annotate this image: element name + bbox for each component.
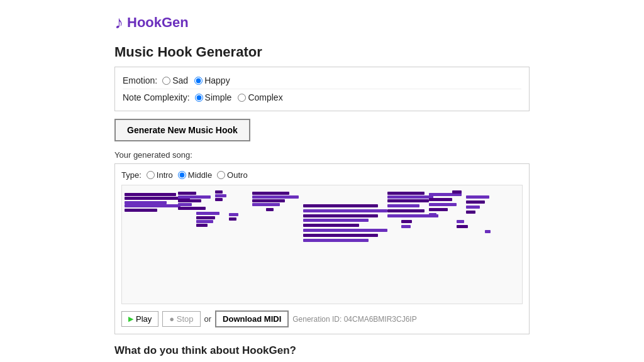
- note-bar: [429, 213, 436, 216]
- note-bar: [229, 213, 238, 216]
- emotion-sad-radio[interactable]: [162, 77, 170, 85]
- emotion-happy-radio[interactable]: [194, 77, 203, 85]
- or-text: or: [204, 314, 212, 324]
- type-row: Type: Intro Middle Outro: [121, 170, 523, 180]
- note-bar: [125, 201, 167, 204]
- type-middle-label: Middle: [188, 170, 212, 180]
- play-label: Play: [136, 314, 152, 324]
- note-bar: [466, 200, 485, 204]
- feedback-section: What do you think about HookGen? Your Na…: [114, 344, 530, 362]
- note-bar: [387, 209, 425, 212]
- note-bar: [196, 212, 219, 215]
- note-bar: [215, 198, 223, 201]
- note-bar: [125, 193, 175, 196]
- page-container: ♪ HookGen Music Hook Generator Emotion: …: [102, 0, 542, 362]
- note-bar: [303, 239, 369, 242]
- emotion-label: Emotion:: [123, 75, 157, 85]
- note-bar: [303, 214, 377, 217]
- emotion-row: Emotion: Sad Happy: [123, 72, 521, 89]
- complexity-simple-item[interactable]: Simple: [195, 92, 232, 102]
- type-intro-item[interactable]: Intro: [147, 170, 173, 180]
- play-button[interactable]: ▶ Play: [121, 311, 158, 327]
- song-box: Type: Intro Middle Outro ▶ Play: [114, 163, 530, 334]
- complexity-complex-label: Complex: [248, 92, 282, 102]
- note-bar: [466, 211, 475, 214]
- note-bar: [178, 195, 211, 199]
- note-bar: [429, 198, 452, 201]
- emotion-happy-item[interactable]: Happy: [194, 75, 230, 85]
- note-bar: [215, 194, 226, 197]
- music-note-icon: ♪: [114, 13, 123, 33]
- note-bar: [303, 219, 369, 222]
- emotion-happy-label: Happy: [204, 75, 230, 85]
- play-icon: ▶: [128, 315, 133, 323]
- generated-label: Your generated song:: [114, 150, 530, 160]
- note-bar: [178, 203, 192, 206]
- note-bar: [196, 224, 208, 227]
- note-bar: [387, 204, 420, 207]
- page-title: Music Hook Generator: [114, 44, 530, 60]
- logo-gen: Gen: [162, 14, 189, 30]
- logo-text: HookGen: [127, 14, 189, 31]
- type-outro-item[interactable]: Outro: [217, 170, 248, 180]
- note-bar: [466, 206, 480, 209]
- note-bar: [485, 230, 491, 233]
- note-bar: [252, 195, 299, 199]
- note-bar: [303, 234, 377, 237]
- note-bar: [429, 203, 457, 206]
- generation-id: Generation ID: 04CMA6BMIR3CJ6IP: [292, 315, 416, 324]
- type-intro-radio[interactable]: [147, 171, 155, 179]
- type-outro-radio[interactable]: [217, 171, 225, 179]
- complexity-simple-radio[interactable]: [195, 94, 203, 102]
- generation-id-label: Generation ID:: [292, 315, 341, 324]
- logo-area: ♪ HookGen: [114, 13, 530, 33]
- type-intro-label: Intro: [157, 170, 173, 180]
- note-bar: [303, 209, 387, 212]
- note-bar: [125, 209, 157, 212]
- generate-button[interactable]: Generate New Music Hook: [114, 119, 250, 141]
- note-bar: [457, 220, 464, 223]
- note-bar: [387, 192, 425, 195]
- piano-roll: [121, 185, 523, 304]
- stop-button[interactable]: ● Stop: [162, 311, 200, 327]
- note-bar: [452, 190, 462, 194]
- complexity-complex-radio[interactable]: [238, 94, 246, 102]
- note-bar: [215, 190, 223, 194]
- complexity-simple-label: Simple: [205, 92, 232, 102]
- emotion-sad-label: Sad: [172, 75, 188, 85]
- download-midi-button[interactable]: Download MIDI: [215, 310, 289, 327]
- note-bar: [196, 216, 215, 219]
- note-bar: [387, 199, 430, 202]
- note-bar: [303, 229, 387, 232]
- note-bar: [252, 199, 285, 202]
- note-bar: [229, 217, 236, 221]
- stop-label: Stop: [177, 314, 194, 324]
- note-bar: [252, 203, 280, 206]
- emotion-sad-item[interactable]: Sad: [162, 75, 188, 85]
- note-bar: [466, 195, 489, 199]
- note-bar: [303, 224, 359, 227]
- stop-dot-icon: ●: [169, 314, 174, 324]
- note-bar: [457, 225, 468, 228]
- note-bar: [196, 220, 213, 223]
- emotion-radio-group: Sad Happy: [162, 75, 230, 85]
- note-bar: [303, 204, 377, 207]
- complexity-row: Note Complexity: Simple Complex: [123, 89, 521, 106]
- generation-id-value: 04CMA6BMIR3CJ6IP: [344, 315, 417, 324]
- note-bar: [178, 199, 201, 202]
- note-bar: [178, 192, 197, 195]
- settings-box: Emotion: Sad Happy Note Complexity: Simp…: [114, 67, 530, 111]
- type-label: Type:: [121, 170, 142, 180]
- note-bar: [429, 208, 448, 211]
- note-bar: [401, 220, 413, 223]
- complexity-complex-item[interactable]: Complex: [238, 92, 282, 102]
- type-outro-label: Outro: [227, 170, 248, 180]
- note-bar: [266, 208, 274, 211]
- note-bar: [178, 207, 206, 210]
- note-bar: [401, 225, 411, 228]
- note-bar: [387, 195, 434, 199]
- complexity-radio-group: Simple Complex: [195, 92, 283, 102]
- playback-row: ▶ Play ● Stop or Download MIDI Generatio…: [121, 310, 523, 327]
- type-middle-radio[interactable]: [178, 171, 186, 179]
- type-middle-item[interactable]: Middle: [178, 170, 212, 180]
